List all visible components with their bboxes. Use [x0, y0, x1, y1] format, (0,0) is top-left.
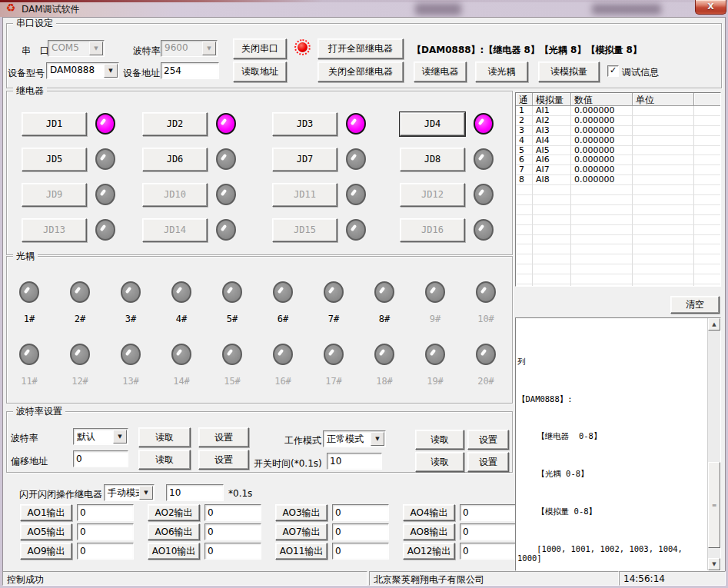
relay-button[interactable]: JD2 [142, 112, 208, 136]
offset-read-button[interactable]: 读取 [138, 450, 191, 470]
table-row[interactable]: 1 AI1 0.000000 [516, 106, 720, 116]
analog-out-button[interactable]: AO3输出 [275, 504, 327, 521]
analog-out-button[interactable]: AO8输出 [403, 523, 455, 540]
analog-out-input[interactable] [460, 523, 517, 540]
switch-time-input[interactable] [327, 453, 382, 470]
relay-button[interactable]: JD11 [272, 183, 337, 207]
cell-empty [633, 205, 694, 215]
cell-extra [694, 155, 720, 165]
table-row[interactable]: 6 AI6 0.000000 [516, 155, 720, 165]
relay-button[interactable]: JD16 [400, 218, 465, 242]
relay-button[interactable]: JD4 [400, 112, 465, 136]
baudrate-read-button[interactable]: 读取 [138, 427, 191, 447]
close-button[interactable]: X [695, 0, 726, 15]
device-model-combo[interactable]: DAM0888 ▼ [46, 62, 119, 79]
scroll-down-icon[interactable]: ▼ [708, 558, 720, 570]
baudrate-set-button[interactable]: 设置 [198, 427, 249, 447]
table-row-empty [516, 225, 720, 235]
relay-button[interactable]: JD5 [22, 148, 87, 171]
read-address-button[interactable]: 读取地址 [233, 61, 287, 82]
relay-button[interactable]: JD9 [22, 183, 87, 207]
flash-mode-combo[interactable]: 手动模式 ▼ [104, 484, 155, 501]
offset-set-button[interactable]: 设置 [198, 450, 249, 470]
opto-channel-label: 6# [278, 314, 288, 324]
analog-out-input[interactable] [204, 543, 261, 560]
analog-out-button[interactable]: AO2输出 [148, 504, 200, 521]
relay-button[interactable]: JD6 [142, 148, 208, 171]
scroll-up-icon[interactable]: ▲ [708, 318, 720, 331]
open-all-relays-button[interactable]: 打开全部继电器 [317, 38, 404, 59]
cell-empty [694, 225, 720, 235]
col-header-analog[interactable]: 模拟量 [533, 93, 571, 106]
relay-button[interactable]: JD13 [22, 218, 87, 242]
cell-empty [516, 274, 533, 284]
relay-led [216, 184, 236, 205]
analog-out-button[interactable]: AO6输出 [148, 523, 200, 540]
opto-led [19, 281, 39, 303]
opto-led [171, 344, 191, 365]
table-row[interactable]: 7 AI7 0.000000 [516, 165, 720, 175]
analog-out-button[interactable]: AO1输出 [20, 504, 72, 521]
relay-button[interactable]: JD15 [272, 218, 337, 242]
opto-led [70, 281, 90, 303]
offset-address-input[interactable] [73, 450, 128, 467]
switch-time-set-button[interactable]: 设置 [467, 452, 509, 472]
debug-info-checkbox[interactable] [607, 65, 619, 77]
col-header-unit[interactable]: 单位 [633, 93, 694, 106]
relay-button[interactable]: JD1 [22, 112, 87, 136]
analog-out-button[interactable]: AO9输出 [20, 543, 72, 560]
relay-button[interactable]: JD10 [142, 183, 208, 207]
relay-button[interactable]: JD7 [272, 148, 337, 171]
device-address-input[interactable] [161, 62, 219, 79]
workmode-read-button[interactable]: 读取 [415, 430, 464, 450]
analog-out-input[interactable] [460, 543, 517, 560]
title-bar[interactable]: ♻ DAM调试软件 X [0, 0, 728, 17]
table-row[interactable]: 4 AI4 0.000000 [516, 136, 720, 146]
analog-out-input[interactable] [77, 543, 134, 560]
analog-out-input[interactable] [332, 543, 389, 560]
read-analog-button[interactable]: 读模拟量 [538, 61, 600, 82]
analog-out-button[interactable]: AO4输出 [403, 504, 455, 521]
analog-out-input[interactable] [204, 504, 261, 521]
analog-out-input[interactable] [460, 504, 517, 521]
analog-out-input[interactable] [332, 504, 389, 521]
cell-empty [633, 274, 694, 284]
analog-out-input[interactable] [332, 523, 389, 540]
table-row[interactable]: 8 AI8 0.000000 [516, 175, 720, 185]
table-row[interactable]: 5 AI5 0.000000 [516, 146, 720, 156]
log-scrollbar[interactable]: ▲ ≡ ▼ [707, 318, 720, 570]
chevron-down-icon: ▼ [89, 42, 103, 55]
analog-out-button[interactable]: AO7输出 [275, 523, 327, 540]
col-header-channel[interactable]: 通 [516, 93, 533, 106]
baudrate-setting-combo[interactable]: 默认 ▼ [73, 428, 128, 445]
scrollbar-thumb[interactable]: ≡ [708, 462, 720, 548]
col-header-value[interactable]: 数值 [571, 93, 633, 106]
relay-button[interactable]: JD12 [400, 183, 465, 207]
log-box[interactable]: 列 【DAM0888】: 【继电器 0-8】 【光耦 0-8】 【模拟量 0-8… [515, 317, 721, 571]
analog-out-button[interactable]: AO12输出 [403, 543, 455, 560]
analog-out-button[interactable]: AO11输出 [275, 543, 327, 560]
workmode-set-button[interactable]: 设置 [467, 430, 509, 450]
table-row[interactable]: 2 AI2 0.000000 [516, 116, 720, 126]
analog-out-input[interactable] [77, 523, 134, 540]
read-relays-button[interactable]: 读继电器 [414, 61, 467, 82]
analog-out-button[interactable]: AO10输出 [148, 543, 200, 560]
analog-out-button[interactable]: AO5输出 [20, 523, 72, 540]
flash-time-input[interactable] [166, 484, 224, 501]
clear-log-button[interactable]: 清空 [670, 296, 720, 314]
analog-out-input[interactable] [204, 523, 261, 540]
close-port-button[interactable]: 关闭串口 [233, 38, 287, 59]
analog-out-input[interactable] [77, 504, 134, 521]
read-opto-button[interactable]: 读光耦 [475, 61, 528, 82]
relay-button[interactable]: JD3 [272, 112, 337, 136]
opto-led [222, 281, 242, 303]
switch-time-read-button[interactable]: 读取 [415, 452, 464, 472]
device-info-text: 【DAM0888】:【继电器 8】【光耦 8】【模拟量 8】 [412, 44, 642, 57]
workmode-label: 工作模式 [284, 434, 321, 447]
workmode-combo[interactable]: 正常模式 ▼ [323, 430, 386, 447]
close-all-relays-button[interactable]: 关闭全部继电器 [317, 61, 404, 82]
table-row[interactable]: 3 AI3 0.000000 [516, 126, 720, 136]
relay-button[interactable]: JD8 [400, 148, 465, 171]
relay-button[interactable]: JD14 [142, 218, 208, 242]
cell-value: 0.000000 [571, 165, 633, 175]
